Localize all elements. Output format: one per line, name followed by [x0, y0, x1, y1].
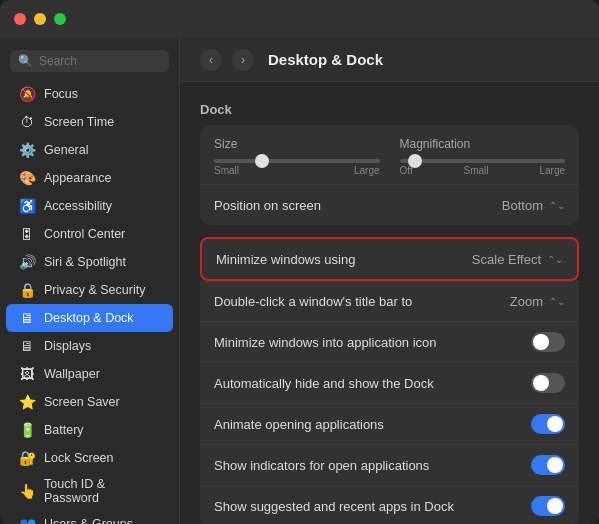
sidebar-item-label: Control Center	[44, 227, 125, 241]
main-header: ‹ › Desktop & Dock	[180, 38, 599, 82]
autohide-toggle-knob	[533, 375, 549, 391]
search-icon: 🔍	[18, 54, 33, 68]
mag-large-label: Large	[539, 165, 565, 176]
titlebar	[0, 0, 599, 38]
sidebar-item-siri[interactable]: 🔊 Siri & Spotlight	[6, 248, 173, 276]
sidebar-item-label: Users & Groups	[44, 517, 133, 524]
sidebar-item-privacy[interactable]: 🔒 Privacy & Security	[6, 276, 173, 304]
sidebar-item-label: Screen Saver	[44, 395, 120, 409]
sidebar-item-label: Appearance	[44, 171, 111, 185]
autohide-label: Automatically hide and show the Dock	[214, 376, 434, 391]
dock-options-card: Double-click a window's title bar to Zoo…	[200, 281, 579, 524]
sidebar-item-label: Battery	[44, 423, 84, 437]
size-slider-track[interactable]	[214, 159, 380, 163]
dock-section-header: Dock	[200, 102, 579, 117]
search-bar[interactable]: 🔍	[10, 50, 169, 72]
sidebar-item-desktop-dock[interactable]: 🖥 Desktop & Dock	[6, 304, 173, 332]
dock-sliders-card: Size Small Large Magnification	[200, 125, 579, 225]
sidebar-item-general[interactable]: ⚙️ General	[6, 136, 173, 164]
main-content: Dock Size Small Large	[180, 82, 599, 524]
mag-slider-track[interactable]	[400, 159, 566, 163]
suggested-toggle[interactable]	[531, 496, 565, 516]
minimize-label: Minimize windows using	[216, 252, 355, 267]
main-window: 🔍 🔕 Focus ⏱ Screen Time ⚙️ General 🎨 App…	[0, 0, 599, 524]
sidebar-item-appearance[interactable]: 🎨 Appearance	[6, 164, 173, 192]
size-small-label: Small	[214, 165, 239, 176]
animate-toggle[interactable]	[531, 414, 565, 434]
general-icon: ⚙️	[18, 141, 36, 159]
minimize-windows-row: Minimize windows using Scale Effect ⌃⌄	[202, 239, 577, 279]
sidebar-item-screen-saver[interactable]: ⭐ Screen Saver	[6, 388, 173, 416]
focus-icon: 🔕	[18, 85, 36, 103]
magnification-slider-group: Magnification Off Small Large	[400, 137, 566, 176]
magnification-label: Magnification	[400, 137, 566, 151]
sidebar-item-displays[interactable]: 🖥 Displays	[6, 332, 173, 360]
close-button[interactable]	[14, 13, 26, 25]
sidebar-item-touch-id[interactable]: 👆 Touch ID & Password	[6, 472, 173, 510]
forward-button[interactable]: ›	[232, 49, 254, 71]
sidebar-item-battery[interactable]: 🔋 Battery	[6, 416, 173, 444]
lock-screen-icon: 🔐	[18, 449, 36, 467]
sidebar-item-label: Accessibility	[44, 199, 112, 213]
sidebar-item-label: Lock Screen	[44, 451, 113, 465]
minimize-app-toggle[interactable]	[531, 332, 565, 352]
sidebar-item-label: Screen Time	[44, 115, 114, 129]
sidebar-item-label: Siri & Spotlight	[44, 255, 126, 269]
wallpaper-icon: 🖼	[18, 365, 36, 383]
animate-label: Animate opening applications	[214, 417, 384, 432]
maximize-button[interactable]	[54, 13, 66, 25]
main-panel: ‹ › Desktop & Dock Dock Size	[180, 38, 599, 524]
slider-section: Size Small Large Magnification	[200, 125, 579, 185]
battery-icon: 🔋	[18, 421, 36, 439]
appearance-icon: 🎨	[18, 169, 36, 187]
position-value[interactable]: Bottom ⌃⌄	[502, 198, 565, 213]
animate-row: Animate opening applications	[200, 404, 579, 445]
double-click-value[interactable]: Zoom ⌃⌄	[510, 294, 565, 309]
sidebar-item-accessibility[interactable]: ♿ Accessibility	[6, 192, 173, 220]
sidebar-item-label: Desktop & Dock	[44, 311, 134, 325]
accessibility-icon: ♿	[18, 197, 36, 215]
sidebar-item-users-groups[interactable]: 👥 Users & Groups	[6, 510, 173, 524]
sidebar-item-wallpaper[interactable]: 🖼 Wallpaper	[6, 360, 173, 388]
double-click-row: Double-click a window's title bar to Zoo…	[200, 282, 579, 322]
position-value-text: Bottom	[502, 198, 543, 213]
sidebar-item-label: General	[44, 143, 88, 157]
double-click-label: Double-click a window's title bar to	[214, 294, 412, 309]
privacy-icon: 🔒	[18, 281, 36, 299]
position-on-screen-row: Position on screen Bottom ⌃⌄	[200, 185, 579, 225]
minimize-value[interactable]: Scale Effect ⌃⌄	[472, 252, 563, 267]
sliders-row: Size Small Large Magnification	[214, 137, 565, 176]
indicators-toggle[interactable]	[531, 455, 565, 475]
size-large-label: Large	[354, 165, 380, 176]
double-click-value-text: Zoom	[510, 294, 543, 309]
size-slider-group: Size Small Large	[214, 137, 380, 176]
position-chevron-icon: ⌃⌄	[549, 200, 565, 211]
sidebar-item-label: Wallpaper	[44, 367, 100, 381]
autohide-row: Automatically hide and show the Dock	[200, 363, 579, 404]
displays-icon: 🖥	[18, 337, 36, 355]
sidebar-item-label: Privacy & Security	[44, 283, 145, 297]
mag-slider-thumb[interactable]	[408, 154, 422, 168]
desktop-dock-icon: 🖥	[18, 309, 36, 327]
sidebar-item-focus[interactable]: 🔕 Focus	[6, 80, 173, 108]
suggested-toggle-knob	[547, 498, 563, 514]
search-input[interactable]	[39, 54, 161, 68]
autohide-toggle[interactable]	[531, 373, 565, 393]
sidebar-item-label: Displays	[44, 339, 91, 353]
size-label: Size	[214, 137, 380, 151]
sidebar-item-screen-time[interactable]: ⏱ Screen Time	[6, 108, 173, 136]
siri-icon: 🔊	[18, 253, 36, 271]
mag-small-label: Small	[464, 165, 489, 176]
sidebar-item-control-center[interactable]: 🎛 Control Center	[6, 220, 173, 248]
touch-id-icon: 👆	[18, 482, 36, 500]
indicators-row: Show indicators for open applications	[200, 445, 579, 486]
minimize-button[interactable]	[34, 13, 46, 25]
minimize-chevron-icon: ⌃⌄	[547, 254, 563, 265]
minimize-app-toggle-knob	[533, 334, 549, 350]
sidebar: 🔍 🔕 Focus ⏱ Screen Time ⚙️ General 🎨 App…	[0, 38, 180, 524]
users-groups-icon: 👥	[18, 515, 36, 524]
sidebar-item-label: Touch ID & Password	[44, 477, 161, 505]
back-button[interactable]: ‹	[200, 49, 222, 71]
mag-slider-labels: Off Small Large	[400, 165, 566, 176]
sidebar-item-lock-screen[interactable]: 🔐 Lock Screen	[6, 444, 173, 472]
